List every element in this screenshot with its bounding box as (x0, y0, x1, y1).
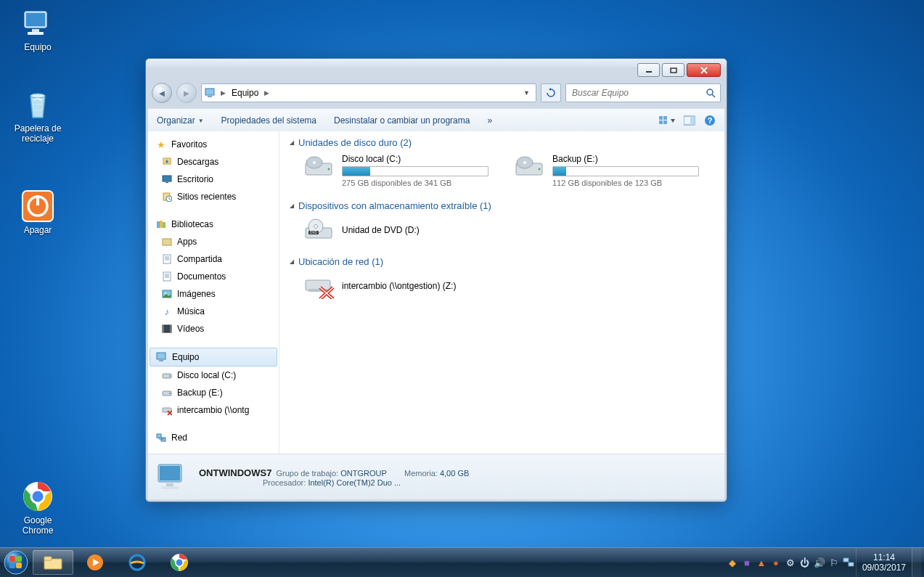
svg-rect-70 (9, 562, 15, 568)
sidebar-network-header[interactable]: Red (148, 429, 279, 446)
document-icon (161, 271, 173, 282)
tray-flag-icon[interactable]: ⚐ (827, 556, 841, 569)
tray-icon[interactable]: ■ (740, 556, 753, 569)
drive-item-e[interactable]: Backup (E:) 112 GB disponibles de 123 GB (515, 154, 703, 187)
desktop-icon-label: Apagar (10, 225, 65, 235)
toolbar-uninstall-program[interactable]: Desinstalar o cambiar un programa (334, 115, 470, 126)
toolbar-more[interactable]: » (487, 115, 492, 126)
start-button[interactable] (0, 548, 32, 577)
svg-rect-78 (843, 558, 849, 562)
nav-back-button[interactable]: ◄ (152, 83, 172, 103)
view-options-button[interactable] (659, 115, 675, 126)
svg-rect-45 (163, 408, 171, 412)
sidebar-computer-header[interactable]: Equipo (150, 348, 277, 367)
sidebar-libraries-header[interactable]: Bibliotecas (148, 216, 279, 233)
content-pane: ◢Unidades de disco duro (2) Disco local … (279, 131, 724, 459)
search-icon (706, 88, 716, 98)
sidebar-item-drive-c[interactable]: Disco local (C:) (148, 367, 279, 384)
preview-pane-button[interactable] (684, 115, 695, 126)
maximize-button[interactable] (662, 63, 684, 77)
drive-free-text: 275 GB disponibles de 341 GB (342, 179, 493, 187)
category-hdd-header[interactable]: ◢Unidades de disco duro (2) (288, 137, 716, 148)
svg-rect-79 (849, 562, 854, 566)
sidebar-item-desktop[interactable]: Escritorio (148, 171, 279, 188)
category-network-header[interactable]: ◢Ubicación de red (1) (288, 256, 716, 267)
computer-large-icon (155, 462, 190, 492)
search-input[interactable] (571, 87, 690, 99)
svg-rect-17 (659, 120, 663, 124)
taskbar-chrome-button[interactable] (159, 550, 200, 575)
close-button[interactable] (687, 63, 721, 77)
sidebar-item-pictures[interactable]: Imágenes (148, 285, 279, 303)
svg-point-44 (169, 393, 171, 394)
sidebar-item-apps[interactable]: Apps (148, 233, 279, 250)
toolbar-organize[interactable]: Organizar ▼ (157, 115, 204, 126)
sidebar-item-drive-e[interactable]: Backup (E:) (148, 384, 279, 401)
network-location-item[interactable]: intercambio (\\ontgestion) (Z:) (288, 273, 716, 299)
minimize-button[interactable] (637, 63, 660, 77)
taskbar-ie-button[interactable] (117, 550, 158, 575)
taskbar-clock[interactable]: 11:14 09/03/2017 (856, 548, 912, 577)
toolbar-system-properties[interactable]: Propiedades del sistema (221, 115, 316, 126)
search-box[interactable] (565, 83, 721, 102)
address-dropdown-icon[interactable]: ▼ (520, 89, 533, 97)
sidebar-item-drive-z[interactable]: intercambio (\\ontg (148, 401, 279, 419)
hdd-large-icon (515, 154, 545, 180)
collapse-triangle-icon: ◢ (288, 258, 295, 265)
svg-text:DVD: DVD (310, 231, 317, 234)
refresh-button[interactable] (541, 83, 561, 102)
libraries-icon (155, 218, 167, 230)
downloads-icon (161, 156, 173, 168)
address-bar[interactable]: ▶ Equipo ▶ ▼ (201, 83, 536, 102)
system-tray: ◆ ■ ▲ ● ⚙ ⏻ 🔊 ⚐ 11:14 09/03/2017 (722, 548, 924, 577)
svg-point-35 (165, 292, 167, 295)
sidebar-item-recent[interactable]: Sitios recientes (148, 188, 279, 205)
computer-small-icon (205, 88, 216, 98)
breadcrumb-item[interactable]: Equipo (227, 84, 263, 102)
svg-point-77 (176, 559, 184, 567)
taskbar-mediaplayer-button[interactable] (75, 550, 115, 575)
svg-rect-15 (659, 116, 663, 120)
svg-rect-11 (671, 68, 676, 73)
pictures-icon (161, 288, 173, 300)
sidebar-item-shared[interactable]: Compartida (148, 250, 279, 268)
svg-rect-61 (306, 280, 330, 290)
explorer-window: ◄ ► ▶ Equipo ▶ ▼ Organizar ▼ Propiedades… (145, 58, 727, 502)
sidebar-item-music[interactable]: ♪Música (148, 303, 279, 320)
tray-network-icon[interactable] (842, 556, 855, 569)
hdd-icon (161, 387, 173, 398)
sidebar-favorites-header[interactable]: ★Favoritos (148, 136, 279, 153)
tray-power-icon[interactable]: ⏻ (798, 556, 811, 569)
sidebar-item-videos[interactable]: Vídeos (148, 320, 279, 337)
svg-rect-7 (36, 195, 39, 205)
hdd-icon (161, 369, 173, 381)
network-icon (155, 432, 167, 443)
help-button[interactable]: ? (704, 115, 716, 126)
taskbar-explorer-button[interactable] (33, 550, 73, 575)
nav-forward-button[interactable]: ► (176, 83, 197, 103)
svg-text:?: ? (708, 116, 713, 125)
svg-point-55 (539, 168, 541, 171)
category-removable-header[interactable]: ◢Dispositivos con almacenamiento extraíb… (288, 200, 716, 211)
computer-icon (20, 6, 55, 41)
workgroup-value: ONTGROUP (340, 469, 386, 478)
svg-rect-16 (663, 116, 667, 120)
desktop-icon-chrome[interactable]: Google Chrome (10, 479, 65, 536)
drive-item-dvd[interactable]: DVD Unidad de DVD (D:) (288, 217, 716, 243)
tray-icon[interactable]: ▲ (755, 556, 768, 569)
tray-volume-icon[interactable]: 🔊 (813, 556, 826, 569)
drive-item-c[interactable]: Disco local (C:) 275 GB disponibles de 3… (304, 154, 493, 187)
tray-icon[interactable]: ◆ (726, 556, 739, 569)
sidebar-item-downloads[interactable]: Descargas (148, 153, 279, 171)
desktop-icon-computer[interactable]: Equipo (10, 6, 65, 52)
desktop-icon-shutdown[interactable]: Apagar (10, 189, 65, 235)
desktop-icon-label: Equipo (10, 42, 65, 52)
toolbar: Organizar ▼ Propiedades del sistema Desi… (148, 108, 724, 133)
show-desktop-button[interactable] (912, 548, 921, 577)
sidebar-item-documents[interactable]: Documentos (148, 268, 279, 285)
svg-rect-3 (28, 32, 44, 35)
tray-icon[interactable]: ● (769, 556, 782, 569)
desktop-icon-recycle-bin[interactable]: Papelera de reciclaje (10, 87, 65, 144)
tray-icon[interactable]: ⚙ (784, 556, 797, 569)
drive-usage-bar (342, 166, 488, 176)
